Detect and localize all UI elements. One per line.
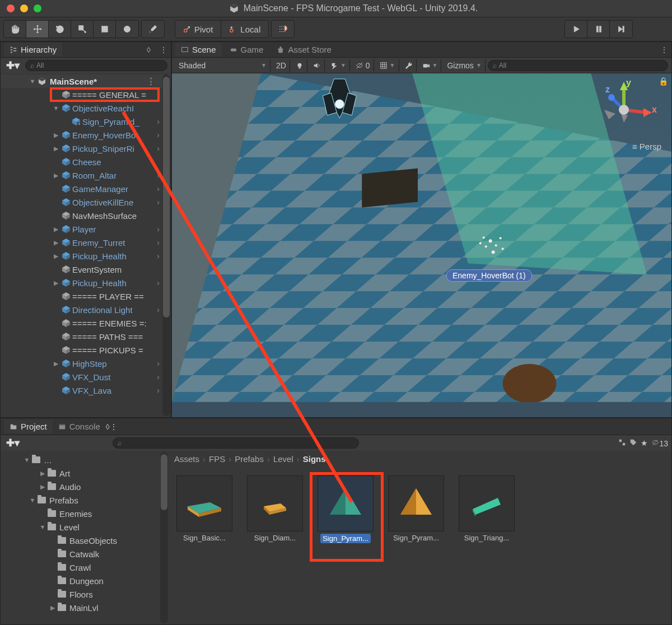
hierarchy-item[interactable]: ▶ Pickup_SniperRi › <box>1 142 171 155</box>
rect-tool-button[interactable] <box>94 21 116 38</box>
snap-toggle-button[interactable] <box>272 21 294 38</box>
hierarchy-item[interactable]: ObjectiveKillEne › <box>1 195 171 209</box>
hierarchy-item[interactable]: ▶ Room_Altar › <box>1 169 171 182</box>
move-tool-button[interactable] <box>26 21 49 38</box>
search-by-label-button[interactable] <box>629 439 637 448</box>
hierarchy-item[interactable]: Directional Light › <box>1 303 171 316</box>
zoom-window-button[interactable] <box>34 4 41 12</box>
local-toggle-button[interactable]: Local <box>221 21 268 38</box>
hierarchy-tab[interactable]: Hierarchy <box>4 43 62 57</box>
transform-tool-button[interactable] <box>116 21 138 38</box>
hierarchy-item[interactable]: ===== PICKUPS = <box>1 343 171 357</box>
hierarchy-item[interactable]: EventSystem <box>1 263 171 276</box>
asset-item[interactable]: Sign_Triang... <box>456 475 517 543</box>
project-folder-tree[interactable]: ▼…▶Art▶Audio▼PrefabsEnemies▼LevelBaseObj… <box>1 451 169 624</box>
project-lock-icon[interactable]: ◊ <box>106 422 110 431</box>
hierarchy-item[interactable]: ===== PATHS === <box>1 330 171 343</box>
breadcrumb-item[interactable]: Signs <box>303 454 326 464</box>
scene-tab[interactable]: Scene <box>175 43 222 57</box>
console-tab[interactable]: Console <box>53 419 106 433</box>
hand-tool-button[interactable] <box>4 21 26 38</box>
step-button[interactable] <box>610 21 632 38</box>
hierarchy-item[interactable]: ===== GENERAL = <box>1 88 171 101</box>
pause-button[interactable] <box>587 21 610 38</box>
minimize-window-button[interactable] <box>20 4 28 12</box>
scene-lock-icon[interactable]: 🔒 <box>659 77 668 86</box>
hierarchy-item[interactable]: + Sign_Pyramid_ › <box>1 115 171 128</box>
hierarchy-item[interactable]: ===== PLAYER == <box>1 290 171 303</box>
grid-toggle-button[interactable]: ▼ <box>376 59 399 72</box>
hierarchy-search-input[interactable]: ⌕ All <box>25 60 167 71</box>
project-create-button[interactable]: ✚▾ <box>4 437 22 449</box>
tree-item[interactable]: BaseObjects <box>1 534 169 547</box>
custom-tools-button[interactable] <box>142 21 164 38</box>
asset-item[interactable]: Sign_Pyram... <box>386 475 446 543</box>
breadcrumb-item[interactable]: Assets <box>174 454 199 464</box>
play-button[interactable] <box>565 21 587 38</box>
hierarchy-create-button[interactable]: ✚▾ <box>4 59 22 72</box>
project-tree-scrollbar[interactable] <box>160 452 168 623</box>
shading-mode-dropdown[interactable]: Shaded▼ <box>175 59 270 72</box>
tree-item[interactable]: Enemies <box>1 507 169 520</box>
close-window-button[interactable] <box>7 4 15 12</box>
tree-item[interactable]: ▶Art <box>1 467 169 480</box>
tree-item[interactable]: ▶Audio <box>1 480 169 493</box>
scene-object-label[interactable]: Enemy_HoverBot (1) <box>446 269 532 282</box>
tree-item[interactable]: Dungeon <box>1 574 169 587</box>
audio-toggle-button[interactable] <box>310 59 325 72</box>
hierarchy-scrollbar[interactable] <box>162 74 170 416</box>
hierarchy-scene-row[interactable]: ▼ MainScene* ⋮ <box>1 74 171 88</box>
breadcrumb-item[interactable]: FPS <box>209 454 225 464</box>
hierarchy-item[interactable]: ▶ Enemy_Turret › <box>1 236 171 249</box>
hierarchy-item[interactable]: Cheese <box>1 155 171 169</box>
perspective-label[interactable]: ≡ Persp <box>632 142 661 151</box>
scale-tool-button[interactable] <box>71 21 94 38</box>
scene-search-input[interactable]: ⌕All <box>488 60 668 71</box>
scene-visibility-button[interactable]: 0 <box>352 59 374 72</box>
hierarchy-item[interactable]: ▼ ObjectiveReachI <box>1 101 171 115</box>
hierarchy-item[interactable]: ▶ Player › <box>1 222 171 236</box>
scene-tools-button[interactable] <box>402 59 417 72</box>
rotate-tool-button[interactable] <box>49 21 71 38</box>
camera-settings-button[interactable]: ▼ <box>419 59 442 72</box>
tree-item[interactable]: Crawl <box>1 561 169 574</box>
hierarchy-lock-icon[interactable]: ◊ <box>143 45 154 54</box>
hierarchy-item[interactable]: ===== ENEMIES =: <box>1 316 171 330</box>
hierarchy-item[interactable]: VFX_Lava › <box>1 384 171 397</box>
hierarchy-item[interactable]: ▶ HighStep › <box>1 357 171 370</box>
hierarchy-item[interactable]: GameManager › <box>1 182 171 195</box>
favorites-button[interactable]: ★ <box>641 439 648 447</box>
scene-context-menu-button[interactable]: ⋮ <box>657 45 671 54</box>
tree-item[interactable]: ▶MainLvl <box>1 601 169 614</box>
tree-item[interactable]: ▼Prefabs <box>1 493 169 507</box>
effects-toggle-button[interactable]: ▼ <box>327 59 350 72</box>
hierarchy-item[interactable]: NavMeshSurface <box>1 209 171 222</box>
hierarchy-item[interactable]: VFX_Dust › <box>1 370 171 384</box>
asset-item[interactable]: Sign_Basic... <box>174 475 235 543</box>
search-by-type-button[interactable] <box>618 439 626 448</box>
asset-item[interactable]: Sign_Diam... <box>245 475 305 543</box>
tree-item[interactable]: Catwalk <box>1 547 169 561</box>
scene-viewport[interactable]: Enemy_HoverBot (1) y x <box>172 73 671 417</box>
tree-item[interactable]: ▼Level <box>1 520 169 534</box>
orientation-gizmo[interactable]: y x z <box>593 79 655 152</box>
game-tab[interactable]: Game <box>224 43 269 57</box>
lighting-toggle-button[interactable] <box>292 59 307 72</box>
hierarchy-context-menu-button[interactable]: ⋮ <box>156 45 171 54</box>
project-tab[interactable]: Project <box>4 419 53 433</box>
gizmos-dropdown[interactable]: Gizmos▼ <box>444 59 485 72</box>
project-search-input[interactable]: ⌕ <box>113 437 359 449</box>
asset-store-tab[interactable]: Asset Store <box>271 43 337 57</box>
breadcrumb-item[interactable]: Prefabs <box>235 454 264 464</box>
hierarchy-item[interactable]: ▶ Pickup_Health › <box>1 276 171 290</box>
hidden-count-button[interactable]: 13 <box>651 439 668 448</box>
tree-item[interactable]: Floors <box>1 587 169 601</box>
2d-toggle-button[interactable]: 2D <box>273 59 290 72</box>
project-context-menu-button[interactable]: ⋮ <box>110 422 118 431</box>
breadcrumb-item[interactable]: Level <box>273 454 293 464</box>
pivot-toggle-button[interactable]: Pivot <box>175 21 221 38</box>
hierarchy-item[interactable]: ▶ Pickup_Health › <box>1 249 171 263</box>
hierarchy-item[interactable]: ▶ Enemy_HoverBo › <box>1 128 171 142</box>
asset-item[interactable]: Sign_Pyram... <box>315 475 376 543</box>
tree-item[interactable]: ▼… <box>1 453 169 467</box>
